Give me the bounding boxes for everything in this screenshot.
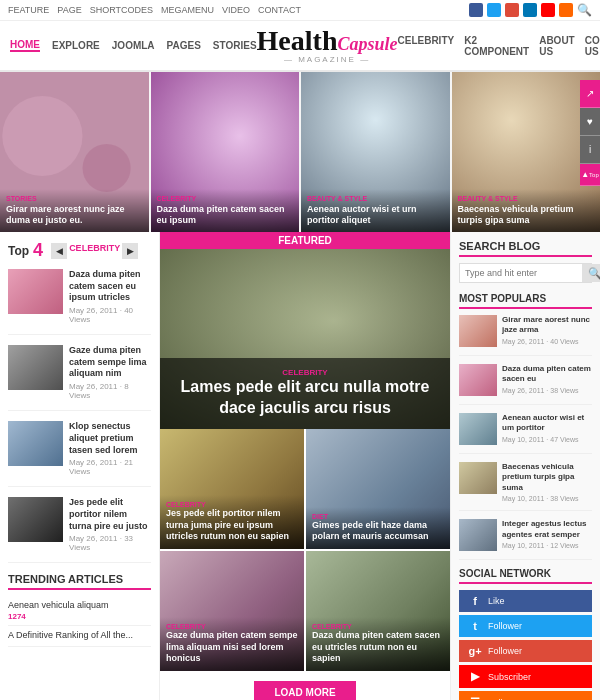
top4-article-4[interactable]: Jes pede elit portitor nilem turna pire … <box>8 497 151 563</box>
hero-title-4: Baecenas vehicula pretium turpis gipa su… <box>458 204 595 227</box>
float-info-btn[interactable]: i <box>580 136 600 164</box>
next-arrow[interactable]: ▶ <box>122 243 138 259</box>
topbar-link-contact[interactable]: CONTACT <box>258 5 301 15</box>
nav-joomla[interactable]: JOOMLA <box>112 40 155 51</box>
top4-number: 4 <box>33 240 43 261</box>
search-box: 🔍 <box>459 263 592 283</box>
hero-item-2[interactable]: CELEBRITY Daza duma piten catem sacen eu… <box>151 72 300 232</box>
top4-info-2: Gaze duma piten catem sempe lima aliquam… <box>69 345 151 400</box>
nav-explore[interactable]: EXPLORE <box>52 40 100 51</box>
top4-article-2[interactable]: Gaze duma piten catem sempe lima aliquam… <box>8 345 151 411</box>
top4-title-2: Gaze duma piten catem sempe lima aliquam… <box>69 345 151 380</box>
top4-label: Top <box>8 244 29 258</box>
popular-title-4: Baecenas vehicula pretium turpis gipa su… <box>502 462 592 493</box>
popular-info-2: Daza duma piten catem sacen eu May 26, 2… <box>502 364 592 396</box>
nav-pages[interactable]: PAGES <box>167 40 201 51</box>
search-input[interactable] <box>460 264 582 282</box>
social-google-btn[interactable]: g+ Follower <box>459 640 592 662</box>
trending-title-1: Aenean vehicula aliquam <box>8 600 151 612</box>
main-navigation: HOME EXPLORE JOOMLA PAGES STORIES <box>10 39 257 52</box>
top4-meta-2: May 26, 2011 · 8 Views <box>69 382 151 400</box>
logo-text: HealthCapsule <box>257 27 398 55</box>
top4-article-1[interactable]: Daza duma piten catem sacen eu ipsum utr… <box>8 269 151 335</box>
sub-grid: CELEBRITY Jes pede elit portitor nilem t… <box>160 429 450 671</box>
hero-item-4[interactable]: BEAUTY & STYLE Baecenas vehicula pretium… <box>452 72 601 232</box>
top4-info-4: Jes pede elit portitor nilem turna pire … <box>69 497 151 552</box>
sub-item-1[interactable]: CELEBRITY Jes pede elit portitor nilem t… <box>160 429 304 549</box>
top4-meta-4: May 26, 2011 · 33 Views <box>69 534 151 552</box>
nav-contactus[interactable]: CONTACT US <box>585 35 600 57</box>
topbar-link-shortcodes[interactable]: SHORTCODES <box>90 5 153 15</box>
sub-cat-3: CELEBRITY <box>166 623 298 630</box>
popular-title-3: Aenean auctor wisi et um portitor <box>502 413 592 434</box>
rss-icon[interactable] <box>559 3 573 17</box>
logo-sub: — magazine — <box>257 55 398 64</box>
popular-title-2: Daza duma piten catem sacen eu <box>502 364 592 385</box>
topbar-link-feature[interactable]: FEATURE <box>8 5 49 15</box>
nav-celebrity[interactable]: CELEBRITY <box>397 35 454 57</box>
sub-item-2[interactable]: DIET Gimes pede elit haze dama polarn et… <box>306 429 450 549</box>
facebook-icon[interactable] <box>469 3 483 17</box>
popular-thumb-2 <box>459 364 497 396</box>
hero-item-3[interactable]: BEAUTY & STYLE Aenean auctor wisi et urn… <box>301 72 450 232</box>
float-like-btn[interactable]: ♥ <box>580 108 600 136</box>
social-rss-btn[interactable]: ☲ Followers <box>459 691 592 700</box>
nav-stories[interactable]: STORIES <box>213 40 257 51</box>
popular-item-5[interactable]: Integer agestus lectus agentes erat semp… <box>459 519 592 560</box>
prev-arrow[interactable]: ◀ <box>51 243 67 259</box>
popular-item-4[interactable]: Baecenas vehicula pretium turpis gipa su… <box>459 462 592 511</box>
linkedin-icon[interactable] <box>523 3 537 17</box>
twitter-label: Follower <box>488 621 584 631</box>
popular-title-5: Integer agestus lectus agentes erat semp… <box>502 519 592 540</box>
hero-item-1[interactable]: STORIES Girar mare aorest nunc jaze duma… <box>0 72 149 232</box>
search-button[interactable]: 🔍 <box>582 264 600 282</box>
trending-title-2: A Definitive Ranking of All the... <box>8 630 151 642</box>
sub-item-4[interactable]: CELEBRITY Daza duma piten catem sacen eu… <box>306 551 450 671</box>
top4-thumb-2 <box>8 345 63 390</box>
hero-grid: STORIES Girar mare aorest nunc jaze duma… <box>0 72 600 232</box>
popular-item-3[interactable]: Aenean auctor wisi et um portitor May 10… <box>459 413 592 454</box>
sub-cat-4: CELEBRITY <box>312 623 444 630</box>
topbar-link-page[interactable]: PAGE <box>57 5 81 15</box>
social-twitter-btn[interactable]: t Follower <box>459 615 592 637</box>
trending-title: TRENDING ARTICLES <box>8 573 151 590</box>
hero-item-3-overlay: BEAUTY & STYLE Aenean auctor wisi et urn… <box>301 189 450 232</box>
topbar-search-icon[interactable]: 🔍 <box>577 3 592 17</box>
popular-meta-1: May 26, 2011 · 40 Views <box>502 338 592 345</box>
social-youtube-btn[interactable]: ▶ Subscriber <box>459 665 592 688</box>
featured-label: FEATURED <box>160 232 450 249</box>
sub-item-3[interactable]: CELEBRITY Gaze duma piten catem sempe li… <box>160 551 304 671</box>
youtube-social-icon: ▶ <box>467 670 483 683</box>
float-top-btn[interactable]: ▲Top <box>580 164 600 186</box>
social-facebook-btn[interactable]: f Like <box>459 590 592 612</box>
header: HOME EXPLORE JOOMLA PAGES STORIES Health… <box>0 21 600 72</box>
top4-article-3[interactable]: Klop senectus aliquet pretium tasen sed … <box>8 421 151 487</box>
rss-social-icon: ☲ <box>467 696 483 700</box>
nav-aboutus[interactable]: ABOUT US <box>539 35 575 57</box>
popular-meta-4: May 10, 2011 · 38 Views <box>502 495 592 502</box>
popular-info-1: Girar mare aorest nunc jaze arma May 26,… <box>502 315 592 347</box>
sub-overlay-4: CELEBRITY Daza duma piten catem sacen eu… <box>306 617 450 671</box>
social-network-title: SOCIAL NETWORK <box>459 568 592 584</box>
googleplus-icon[interactable] <box>505 3 519 17</box>
search-blog-title: SEARCH BLOG <box>459 240 592 257</box>
top4-meta-1: May 26, 2011 · 40 Views <box>69 306 151 324</box>
sub-overlay-1: CELEBRITY Jes pede elit portitor nilem t… <box>160 495 304 549</box>
nav-home[interactable]: HOME <box>10 39 40 52</box>
load-more-button[interactable]: LOAD MORE <box>254 681 355 700</box>
topbar-link-megamenu[interactable]: MEGAMENU <box>161 5 214 15</box>
youtube-icon[interactable] <box>541 3 555 17</box>
hero-item-1-overlay: STORIES Girar mare aorest nunc jaze duma… <box>0 189 149 232</box>
popular-meta-3: May 10, 2011 · 47 Views <box>502 436 592 443</box>
popular-item-2[interactable]: Daza duma piten catem sacen eu May 26, 2… <box>459 364 592 405</box>
popular-item-1[interactable]: Girar mare aorest nunc jaze arma May 26,… <box>459 315 592 356</box>
float-share-btn[interactable]: ↗ <box>580 80 600 108</box>
nav-k2component[interactable]: K2 COMPONENT <box>464 35 529 57</box>
trending-item-2[interactable]: A Definitive Ranking of All the... <box>8 626 151 647</box>
twitter-icon[interactable] <box>487 3 501 17</box>
featured-main[interactable]: CELEBRITY Lames pede elit arcu nulla mot… <box>160 249 450 429</box>
topbar-link-video[interactable]: VIDEO <box>222 5 250 15</box>
trending-item-1[interactable]: Aenean vehicula aliquam 1274 <box>8 596 151 626</box>
top4-header: Top 4 ◀ CELEBRITY ▶ <box>8 240 151 261</box>
featured-heading: Lames pede elit arcu nulla motre dace ja… <box>170 377 440 419</box>
